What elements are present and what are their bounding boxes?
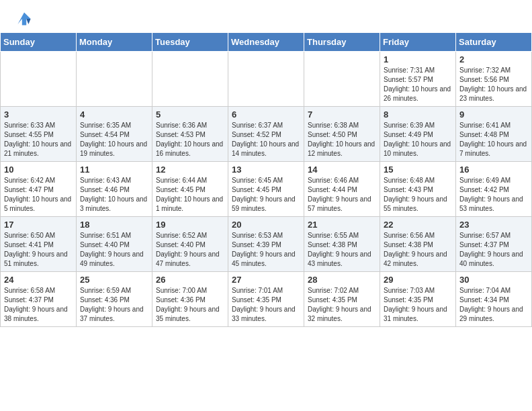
day-info: Sunrise: 6:55 AM Sunset: 4:38 PM Dayligh…: [308, 232, 371, 267]
day-info: Sunrise: 7:04 AM Sunset: 4:34 PM Dayligh…: [459, 287, 523, 322]
day-number: 18: [80, 220, 148, 230]
calendar-cell: 29Sunrise: 7:03 AM Sunset: 4:35 PM Dayli…: [380, 272, 456, 327]
day-number: 15: [384, 165, 452, 175]
calendar-cell: 3Sunrise: 6:33 AM Sunset: 4:55 PM Daylig…: [1, 107, 77, 162]
calendar-cell: 7Sunrise: 6:38 AM Sunset: 4:50 PM Daylig…: [304, 107, 380, 162]
day-info: Sunrise: 6:53 AM Sunset: 4:39 PM Dayligh…: [232, 232, 296, 267]
calendar-cell: 27Sunrise: 7:01 AM Sunset: 4:35 PM Dayli…: [228, 272, 304, 327]
calendar-cell: 12Sunrise: 6:44 AM Sunset: 4:45 PM Dayli…: [152, 162, 228, 217]
day-info: Sunrise: 7:02 AM Sunset: 4:35 PM Dayligh…: [308, 287, 371, 322]
calendar-cell: 6Sunrise: 6:37 AM Sunset: 4:52 PM Daylig…: [228, 107, 304, 162]
day-info: Sunrise: 6:51 AM Sunset: 4:40 PM Dayligh…: [80, 232, 144, 267]
day-info: Sunrise: 6:45 AM Sunset: 4:45 PM Dayligh…: [232, 177, 296, 212]
day-info: Sunrise: 6:39 AM Sunset: 4:49 PM Dayligh…: [384, 122, 451, 157]
calendar-cell: 5Sunrise: 6:36 AM Sunset: 4:53 PM Daylig…: [152, 107, 228, 162]
day-number: 16: [459, 165, 528, 175]
day-number: 9: [459, 109, 528, 120]
day-number: 13: [232, 165, 300, 175]
day-info: Sunrise: 7:32 AM Sunset: 5:56 PM Dayligh…: [459, 66, 527, 102]
calendar-cell: 10Sunrise: 6:42 AM Sunset: 4:47 PM Dayli…: [1, 162, 77, 217]
logo: [11, 8, 35, 30]
calendar-week-5: 24Sunrise: 6:58 AM Sunset: 4:37 PM Dayli…: [1, 272, 532, 327]
day-info: Sunrise: 7:03 AM Sunset: 4:35 PM Dayligh…: [384, 287, 447, 322]
day-number: 23: [459, 220, 528, 230]
day-info: Sunrise: 6:44 AM Sunset: 4:45 PM Dayligh…: [156, 177, 223, 212]
day-number: 17: [4, 220, 73, 230]
col-header-friday: Friday: [380, 33, 456, 52]
day-info: Sunrise: 6:59 AM Sunset: 4:36 PM Dayligh…: [80, 287, 144, 322]
day-number: 22: [384, 220, 452, 230]
day-info: Sunrise: 6:38 AM Sunset: 4:50 PM Dayligh…: [308, 122, 375, 157]
calendar-cell: 14Sunrise: 6:46 AM Sunset: 4:44 PM Dayli…: [304, 162, 380, 217]
calendar-cell: 9Sunrise: 6:41 AM Sunset: 4:48 PM Daylig…: [456, 107, 532, 162]
calendar-cell: 2Sunrise: 7:32 AM Sunset: 5:56 PM Daylig…: [456, 52, 532, 107]
col-header-thursday: Thursday: [304, 33, 380, 52]
calendar-cell: 16Sunrise: 6:49 AM Sunset: 4:42 PM Dayli…: [456, 162, 532, 217]
day-info: Sunrise: 6:35 AM Sunset: 4:54 PM Dayligh…: [80, 122, 147, 157]
day-info: Sunrise: 6:46 AM Sunset: 4:44 PM Dayligh…: [308, 177, 371, 212]
day-number: 21: [308, 220, 376, 230]
day-info: Sunrise: 7:01 AM Sunset: 4:35 PM Dayligh…: [232, 287, 296, 322]
day-info: Sunrise: 6:41 AM Sunset: 4:48 PM Dayligh…: [459, 122, 527, 157]
calendar-cell: 22Sunrise: 6:56 AM Sunset: 4:38 PM Dayli…: [380, 217, 456, 272]
calendar-cell: 21Sunrise: 6:55 AM Sunset: 4:38 PM Dayli…: [304, 217, 380, 272]
day-number: 19: [156, 220, 224, 230]
calendar-cell: 19Sunrise: 6:52 AM Sunset: 4:40 PM Dayli…: [152, 217, 228, 272]
col-header-saturday: Saturday: [456, 33, 532, 52]
col-header-monday: Monday: [77, 33, 152, 52]
day-number: 4: [80, 109, 148, 120]
day-number: 26: [156, 275, 224, 285]
day-number: 11: [80, 165, 148, 175]
calendar-week-1: 1Sunrise: 7:31 AM Sunset: 5:57 PM Daylig…: [1, 52, 532, 107]
day-number: 20: [232, 220, 300, 230]
calendar-cell: 13Sunrise: 6:45 AM Sunset: 4:45 PM Dayli…: [228, 162, 304, 217]
calendar-week-2: 3Sunrise: 6:33 AM Sunset: 4:55 PM Daylig…: [1, 107, 532, 162]
col-header-wednesday: Wednesday: [228, 33, 304, 52]
calendar-cell: 28Sunrise: 7:02 AM Sunset: 4:35 PM Dayli…: [304, 272, 380, 327]
day-number: 29: [384, 275, 452, 285]
calendar-header-row: SundayMondayTuesdayWednesdayThursdayFrid…: [1, 33, 532, 52]
day-number: 28: [308, 275, 376, 285]
day-number: 2: [459, 54, 528, 64]
day-number: 25: [80, 275, 148, 285]
calendar-cell: 24Sunrise: 6:58 AM Sunset: 4:37 PM Dayli…: [1, 272, 77, 327]
calendar-cell: [152, 52, 228, 107]
day-info: Sunrise: 6:57 AM Sunset: 4:37 PM Dayligh…: [459, 232, 523, 267]
day-number: 7: [308, 109, 376, 120]
calendar-cell: 11Sunrise: 6:43 AM Sunset: 4:46 PM Dayli…: [77, 162, 152, 217]
day-info: Sunrise: 6:49 AM Sunset: 4:42 PM Dayligh…: [459, 177, 523, 212]
day-number: 1: [384, 54, 452, 64]
day-info: Sunrise: 7:00 AM Sunset: 4:36 PM Dayligh…: [156, 287, 220, 322]
col-header-sunday: Sunday: [1, 33, 77, 52]
calendar-cell: [1, 52, 77, 107]
calendar-cell: 4Sunrise: 6:35 AM Sunset: 4:54 PM Daylig…: [77, 107, 152, 162]
day-number: 14: [308, 165, 376, 175]
page-header: [0, 0, 532, 32]
day-number: 30: [459, 275, 528, 285]
day-number: 3: [4, 109, 73, 120]
calendar-cell: 25Sunrise: 6:59 AM Sunset: 4:36 PM Dayli…: [77, 272, 152, 327]
calendar-week-4: 17Sunrise: 6:50 AM Sunset: 4:41 PM Dayli…: [1, 217, 532, 272]
day-number: 12: [156, 165, 224, 175]
calendar-cell: 30Sunrise: 7:04 AM Sunset: 4:34 PM Dayli…: [456, 272, 532, 327]
logo-icon: [13, 8, 35, 30]
calendar-cell: 18Sunrise: 6:51 AM Sunset: 4:40 PM Dayli…: [77, 217, 152, 272]
day-number: 5: [156, 109, 224, 120]
calendar-cell: 17Sunrise: 6:50 AM Sunset: 4:41 PM Dayli…: [1, 217, 77, 272]
calendar-cell: 1Sunrise: 7:31 AM Sunset: 5:57 PM Daylig…: [380, 52, 456, 107]
day-number: 27: [232, 275, 300, 285]
day-number: 24: [4, 275, 73, 285]
calendar-cell: 15Sunrise: 6:48 AM Sunset: 4:43 PM Dayli…: [380, 162, 456, 217]
day-number: 6: [232, 109, 300, 120]
svg-marker-1: [26, 19, 30, 24]
calendar-table: SundayMondayTuesdayWednesdayThursdayFrid…: [0, 32, 532, 327]
calendar-cell: 23Sunrise: 6:57 AM Sunset: 4:37 PM Dayli…: [456, 217, 532, 272]
calendar-week-3: 10Sunrise: 6:42 AM Sunset: 4:47 PM Dayli…: [1, 162, 532, 217]
day-info: Sunrise: 7:31 AM Sunset: 5:57 PM Dayligh…: [384, 66, 451, 102]
day-info: Sunrise: 6:48 AM Sunset: 4:43 PM Dayligh…: [384, 177, 447, 212]
day-info: Sunrise: 6:43 AM Sunset: 4:46 PM Dayligh…: [80, 177, 147, 212]
day-info: Sunrise: 6:50 AM Sunset: 4:41 PM Dayligh…: [4, 232, 68, 267]
calendar-cell: [228, 52, 304, 107]
day-number: 10: [4, 165, 73, 175]
calendar-cell: [77, 52, 152, 107]
